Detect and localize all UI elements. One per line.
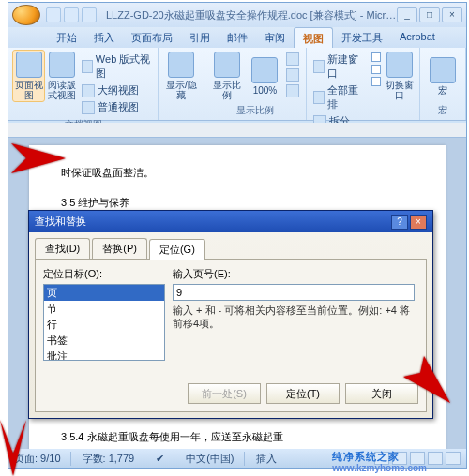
switch-windows-button[interactable]: 切换窗口: [384, 50, 416, 102]
switch-windows-icon: [386, 52, 413, 78]
status-insert-mode[interactable]: 插入: [256, 452, 277, 466]
goto-target-listbox[interactable]: 页 节 行 书签 批注 脚注: [43, 284, 165, 361]
tab-mailings[interactable]: 邮件: [219, 27, 256, 48]
print-layout-icon: [16, 52, 42, 78]
qat-redo-icon[interactable]: [82, 7, 97, 22]
watermark-url: www.kzmyhome.com: [332, 463, 427, 473]
quick-access-toolbar: [46, 7, 97, 22]
dialog-title: 查找和替换: [35, 215, 86, 229]
page-number-input[interactable]: [173, 284, 415, 301]
group-label-zoom: 显示比例: [236, 103, 274, 118]
outline-button[interactable]: 大纲视图: [79, 82, 155, 98]
page-width-icon: [286, 84, 299, 97]
group-show-hide: 显示/隐藏: [159, 48, 204, 120]
reading-layout-icon: [49, 52, 75, 78]
draft-icon: [82, 101, 95, 114]
goto-button[interactable]: 定位(T): [266, 383, 340, 404]
dialog-help-button[interactable]: ?: [391, 215, 408, 230]
watermark: 纯净系统之家 www.kzmyhome.com: [332, 445, 427, 473]
status-proof-icon[interactable]: ✔: [156, 453, 174, 465]
group-zoom: 显示比例 100% 显示比例: [204, 48, 307, 120]
minimize-button[interactable]: _: [397, 7, 417, 22]
dialog-tabs: 查找(D) 替换(P) 定位(G): [29, 232, 432, 259]
window-title: LLZZ-GD-20永磁起重吸盘安全操作规程.doc [兼容模式] - Micr…: [106, 8, 397, 22]
print-layout-button[interactable]: 页面视图: [12, 50, 45, 102]
goto-target-label: 定位目标(O):: [43, 267, 165, 281]
one-page-button[interactable]: [283, 52, 302, 67]
tab-developer[interactable]: 开发工具: [333, 27, 391, 48]
list-item[interactable]: 书签: [44, 333, 164, 349]
zoom-icon: [214, 52, 240, 78]
list-item[interactable]: 页: [44, 285, 164, 301]
show-hide-icon: [168, 52, 194, 78]
zoom-button[interactable]: 显示比例: [208, 50, 246, 102]
page-width-button[interactable]: [283, 83, 302, 98]
close-dialog-button[interactable]: 关闭: [345, 383, 418, 404]
show-hide-button[interactable]: 显示/隐藏: [162, 50, 200, 102]
new-window-icon: [313, 60, 325, 73]
zoom-100-icon: [251, 57, 278, 83]
list-item[interactable]: 批注: [44, 349, 164, 361]
dialog-body: 定位目标(O): 页 节 行 书签 批注 脚注 输入页号(E): 输入 + 和 …: [35, 259, 427, 412]
office-button[interactable]: [12, 5, 40, 25]
view-draft-icon[interactable]: [446, 452, 461, 465]
goto-hint: 输入 + 和 - 可将相关内容移至当前位置。例如: +4 将前移4项。: [173, 304, 415, 330]
page-number-label: 输入页号(E):: [173, 267, 415, 281]
web-layout-icon: [82, 60, 93, 73]
tab-references[interactable]: 引用: [181, 27, 219, 48]
qat-undo-icon[interactable]: [64, 7, 79, 22]
macros-icon: [430, 57, 456, 83]
ribbon-tabs: 开始 插入 页面布局 引用 邮件 审阅 视图 开发工具 Acrobat: [8, 27, 466, 48]
maximize-button[interactable]: □: [419, 7, 440, 22]
tab-home[interactable]: 开始: [48, 27, 85, 48]
zoom-100-button[interactable]: 100%: [246, 50, 283, 102]
dialog-close-button[interactable]: ×: [410, 215, 427, 230]
doc-line: 3.5.4 永磁起重吸盘每使用一年，应送至永磁起重: [61, 426, 414, 447]
status-language[interactable]: 中文(中国): [186, 452, 244, 466]
group-label-macros: 宏: [438, 103, 447, 118]
status-page[interactable]: 页面: 9/10: [14, 452, 71, 466]
new-window-button[interactable]: 新建窗口: [310, 52, 364, 82]
macros-button[interactable]: 宏: [424, 50, 461, 102]
list-item[interactable]: 行: [44, 317, 164, 333]
tab-insert[interactable]: 插入: [85, 27, 123, 48]
arrange-icon: [313, 91, 325, 104]
find-replace-dialog: 查找和替换 ? × 查找(D) 替换(P) 定位(G) 定位目标(O): 页 节…: [28, 210, 433, 419]
reading-layout-button[interactable]: 阅读版式视图: [45, 50, 78, 102]
group-window: 新建窗口 全部重排 拆分 切换窗口 窗口: [307, 48, 420, 120]
tab-review[interactable]: 审阅: [256, 27, 294, 48]
qat-save-icon[interactable]: [46, 7, 61, 22]
two-pages-button[interactable]: [283, 67, 302, 82]
outline-icon: [82, 84, 95, 97]
group-document-views: 页面视图 阅读版式视图 Web 版式视图 大纲视图 普通视图 文档视图: [8, 48, 159, 120]
checkbox-icon: [371, 65, 381, 74]
tab-acrobat[interactable]: Acrobat: [391, 27, 444, 48]
view-outline-icon[interactable]: [428, 452, 443, 465]
tab-view[interactable]: 视图: [294, 27, 333, 48]
arrange-all-button[interactable]: 全部重排: [310, 82, 364, 112]
sync-scroll-button[interactable]: [369, 64, 384, 75]
tab-layout[interactable]: 页面布局: [123, 27, 181, 48]
titlebar: LLZZ-GD-20永磁起重吸盘安全操作规程.doc [兼容模式] - Micr…: [8, 3, 466, 27]
reset-pos-button[interactable]: [369, 76, 384, 87]
dialog-tab-find[interactable]: 查找(D): [35, 238, 90, 259]
status-words[interactable]: 字数: 1,779: [83, 452, 145, 466]
dialog-tab-goto[interactable]: 定位(G): [149, 239, 205, 260]
dialog-titlebar[interactable]: 查找和替换 ? ×: [29, 211, 432, 232]
list-item[interactable]: 节: [44, 301, 164, 317]
dialog-tab-replace[interactable]: 替换(P): [92, 238, 147, 259]
two-pages-icon: [286, 68, 299, 82]
checkbox-icon: [371, 52, 381, 62]
checkbox-icon: [371, 77, 381, 86]
one-page-icon: [286, 52, 299, 66]
ruler[interactable]: [8, 123, 466, 138]
ribbon: 页面视图 阅读版式视图 Web 版式视图 大纲视图 普通视图 文档视图 显示/隐…: [8, 48, 466, 121]
watermark-text: 纯净系统之家: [332, 451, 400, 462]
group-macros: 宏 宏: [420, 48, 466, 120]
view-side-button[interactable]: [369, 52, 384, 63]
doc-line: 时保证吸盘面整洁。: [61, 162, 414, 183]
draft-button[interactable]: 普通视图: [79, 99, 155, 115]
close-button[interactable]: ×: [442, 7, 462, 22]
previous-button[interactable]: 前一处(S): [188, 383, 261, 404]
web-layout-button[interactable]: Web 版式视图: [79, 52, 155, 82]
